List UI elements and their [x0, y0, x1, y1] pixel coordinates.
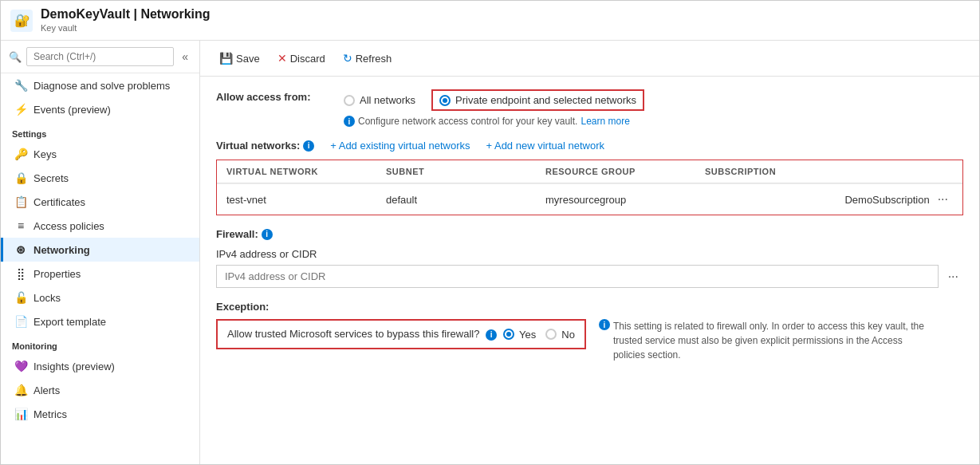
- vnet-label: Virtual networks: i: [216, 140, 314, 152]
- events-icon: ⚡: [14, 103, 27, 116]
- cell-subscription: DemoSubscription ···: [695, 184, 962, 215]
- certificates-icon: 📋: [14, 195, 27, 208]
- alerts-icon: 🔔: [14, 384, 27, 396]
- refresh-label: Refresh: [356, 53, 392, 65]
- page-subtitle: Key vault: [41, 23, 77, 33]
- sidebar-item-secrets[interactable]: 🔒 Secrets: [1, 166, 199, 190]
- sidebar-item-diagnose[interactable]: 🔧 Diagnose and solve problems: [1, 73, 199, 97]
- add-new-vnet-link[interactable]: + Add new virtual network: [486, 140, 604, 152]
- save-label: Save: [236, 53, 260, 65]
- sidebar: 🔍 « 🔧 Diagnose and solve problems ⚡ Even…: [1, 41, 200, 464]
- settings-section-label: Settings: [1, 121, 199, 142]
- toolbar: 💾 Save ✕ Discard ↻ Refresh: [200, 41, 979, 77]
- discard-button[interactable]: ✕ Discard: [271, 49, 332, 68]
- exception-info-text: i This setting is related to firewall on…: [599, 319, 934, 362]
- col-resource-group: RESOURCE GROUP: [536, 160, 695, 183]
- discard-label: Discard: [290, 53, 325, 65]
- title-text: DemoKeyVault | Networking Key vault: [41, 7, 211, 33]
- firewall-info-icon: i: [262, 229, 273, 240]
- sidebar-label-insights: Insights (preview): [33, 361, 115, 372]
- search-input[interactable]: [26, 47, 174, 66]
- diagnose-icon: 🔧: [14, 79, 27, 92]
- table-header: VIRTUAL NETWORK SUBNET RESOURCE GROUP SU…: [217, 160, 962, 183]
- no-radio[interactable]: No: [545, 329, 575, 341]
- exception-note-text: This setting is related to firewall only…: [613, 319, 934, 362]
- add-existing-vnet-link[interactable]: + Add existing virtual networks: [330, 140, 470, 152]
- cell-resource-group: myresourcegroup: [536, 184, 695, 215]
- allow-access-row: Allow access from: All networks Private …: [216, 89, 963, 127]
- firewall-label: Firewall: i: [216, 228, 963, 240]
- exception-note-icon: i: [599, 319, 610, 330]
- sidebar-item-keys[interactable]: 🔑 Keys: [1, 142, 199, 166]
- sidebar-item-properties[interactable]: ⣿ Properties: [1, 262, 199, 286]
- main-content: 💾 Save ✕ Discard ↻ Refresh Allow access …: [200, 41, 979, 464]
- all-networks-label: All networks: [360, 94, 415, 106]
- sidebar-item-certificates[interactable]: 📋 Certificates: [1, 190, 199, 214]
- sidebar-label-alerts: Alerts: [33, 384, 60, 396]
- exception-question-text: Allow trusted Microsoft services to bypa…: [227, 327, 497, 341]
- sidebar-label-secrets: Secrets: [33, 172, 69, 184]
- networking-icon: ⊛: [14, 243, 27, 256]
- no-label: No: [561, 329, 575, 341]
- exception-section: Exception: Allow trusted Microsoft servi…: [216, 301, 963, 362]
- sidebar-item-networking[interactable]: ⊛ Networking: [1, 238, 199, 262]
- private-endpoint-label: Private endpoint and selected networks: [455, 94, 636, 106]
- keys-icon: 🔑: [14, 148, 27, 160]
- firewall-label-text: Firewall:: [216, 228, 258, 240]
- all-networks-radio[interactable]: All networks: [344, 94, 415, 106]
- subscription-name: DemoSubscription: [844, 194, 929, 206]
- sidebar-item-export-template[interactable]: 📄 Export template: [1, 309, 199, 333]
- exception-question: Allow trusted Microsoft services to bypa…: [227, 328, 479, 340]
- content-area: Allow access from: All networks Private …: [200, 77, 979, 375]
- refresh-button[interactable]: ↻ Refresh: [337, 49, 399, 68]
- col-subscription: SUBSCRIPTION: [695, 160, 962, 183]
- col-vnet: VIRTUAL NETWORK: [217, 160, 376, 183]
- save-button[interactable]: 💾 Save: [213, 49, 266, 68]
- yes-radio[interactable]: Yes: [503, 329, 536, 341]
- sidebar-item-alerts[interactable]: 🔔 Alerts: [1, 378, 199, 402]
- vnet-header: Virtual networks: i + Add existing virtu…: [216, 140, 963, 152]
- cell-subnet: default: [376, 184, 536, 215]
- export-template-icon: 📄: [14, 315, 27, 328]
- sidebar-label-access-policies: Access policies: [33, 220, 104, 232]
- row-actions-button[interactable]: ···: [933, 191, 953, 208]
- sidebar-item-locks[interactable]: 🔓 Locks: [1, 286, 199, 309]
- yes-no-group: Yes No: [503, 329, 575, 341]
- access-policies-icon: ≡: [14, 219, 27, 232]
- yes-radio-circle: [503, 329, 514, 340]
- access-info-text: i Configure network access control for y…: [344, 116, 963, 127]
- insights-icon: 💜: [14, 360, 27, 372]
- sidebar-item-insights[interactable]: 💜 Insights (preview): [1, 354, 199, 378]
- discard-icon: ✕: [277, 52, 287, 65]
- info-icon: i: [344, 116, 355, 127]
- collapse-button[interactable]: «: [179, 49, 191, 65]
- exception-info-icon: i: [486, 329, 497, 341]
- table-row: test-vnet default myresourcegroup DemoSu…: [217, 183, 962, 215]
- sidebar-label-networking: Networking: [33, 244, 90, 256]
- locks-icon: 🔓: [14, 291, 27, 304]
- vnet-info-icon: i: [303, 140, 314, 152]
- learn-more-link[interactable]: Learn more: [581, 116, 629, 127]
- allow-access-label: Allow access from:: [216, 89, 344, 103]
- sidebar-item-metrics[interactable]: 📊 Metrics: [1, 402, 199, 426]
- private-endpoint-option[interactable]: Private endpoint and selected networks: [431, 89, 644, 111]
- sidebar-label-keys: Keys: [33, 148, 57, 160]
- firewall-section: Firewall: i IPv4 address or CIDR ···: [216, 228, 963, 288]
- vnet-label-text: Virtual networks:: [216, 140, 300, 152]
- keyvault-icon: 🔐: [10, 10, 33, 32]
- sidebar-item-access-policies[interactable]: ≡ Access policies: [1, 214, 199, 238]
- sidebar-label-locks: Locks: [33, 292, 61, 304]
- ipv4-input[interactable]: [216, 265, 939, 288]
- virtual-networks-section: Virtual networks: i + Add existing virtu…: [216, 140, 963, 215]
- sidebar-label-properties: Properties: [33, 268, 81, 280]
- sidebar-item-events[interactable]: ⚡ Events (preview): [1, 97, 199, 121]
- nav-items: 🔧 Diagnose and solve problems ⚡ Events (…: [1, 73, 199, 426]
- sidebar-label-certificates: Certificates: [33, 196, 85, 208]
- save-icon: 💾: [219, 52, 233, 65]
- refresh-icon: ↻: [343, 52, 352, 65]
- monitoring-section-label: Monitoring: [1, 333, 199, 354]
- ipv4-label: IPv4 address or CIDR: [216, 248, 963, 260]
- col-subnet: SUBNET: [376, 160, 536, 183]
- search-icon: 🔍: [9, 51, 22, 63]
- ipv4-actions-button[interactable]: ···: [943, 268, 963, 286]
